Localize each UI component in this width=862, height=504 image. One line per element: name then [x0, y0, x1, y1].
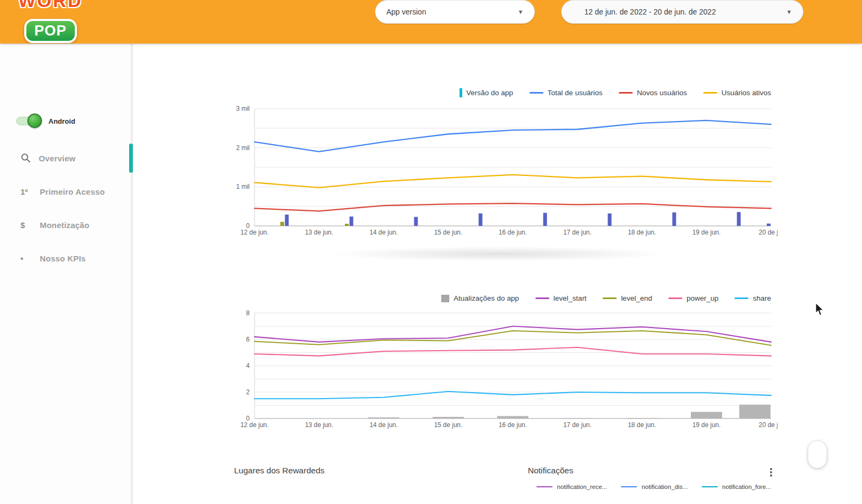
legend-label: notification_rece...: [557, 484, 607, 490]
legend-label: Versão do app: [467, 89, 513, 97]
date-range-dropdown[interactable]: 12 de jun. de 2022 - 20 de jun. de 2022 …: [561, 0, 803, 24]
legend-item-notification-fore[interactable]: notification_fore...: [702, 484, 771, 490]
x-tick-label: 15 de jun.: [434, 421, 463, 429]
y-tick-label: 8: [246, 309, 250, 317]
date-range-dropdown-label: 12 de jun. de 2022 - 20 de jun. de 2022: [584, 8, 716, 16]
line-marker: [535, 297, 549, 299]
primeiro-acesso-icon: 1º: [20, 187, 32, 196]
line-novos-usu-rios: [255, 203, 771, 211]
bar-vers-o-do-app: [414, 217, 418, 226]
legend-item-total-de-usu-rios[interactable]: Total de usuários: [529, 89, 603, 97]
search-icon: [20, 153, 31, 164]
logo-pop-badge: POP: [24, 19, 77, 43]
x-tick-label: 13 de jun.: [305, 421, 334, 429]
line-marker: [536, 486, 553, 488]
x-tick-label: 20 de j...: [759, 229, 778, 236]
bar-atualiza-es-do-app: [368, 417, 399, 418]
bar-vers-o-do-app: [543, 213, 547, 226]
x-tick-label: 12 de jun.: [241, 421, 269, 429]
bar-vers-o-do-app: [608, 214, 612, 226]
sidebar-item-primeiro-acesso[interactable]: 1ºPrimeiro Acesso: [0, 175, 131, 208]
app-logo: WORD POP: [18, 0, 83, 43]
line-level-end: [255, 331, 771, 345]
users-chart[interactable]: 01 mil2 mil3 mil12 de jun.13 de jun.14 d…: [229, 100, 778, 243]
bar-vers-o-do-app: [737, 212, 741, 226]
sidebar-item-label: Nosso KPIs: [40, 254, 86, 263]
x-tick-label: 12 de jun.: [241, 229, 269, 236]
scroll-button[interactable]: [808, 441, 826, 468]
x-tick-label: 13 de jun.: [305, 229, 334, 236]
line-power-up: [255, 347, 771, 356]
sidebar-nav: Overview1ºPrimeiro Acesso$Monetização•No…: [0, 141, 131, 275]
sidebar-item-monetiza-o[interactable]: $Monetização: [0, 208, 131, 242]
rewardeds-section-title: Lugares dos Rewardeds: [234, 466, 324, 475]
line-marker: [603, 297, 617, 299]
legend-item-usu-rios-ativos[interactable]: Usuários ativos: [703, 89, 771, 97]
bar-vers-o-do-app: [350, 217, 354, 226]
sidebar: Android Overview1ºPrimeiro Acesso$Moneti…: [0, 44, 133, 504]
x-tick-label: 18 de jun.: [628, 421, 656, 429]
legend-item-atualiza-es-do-app[interactable]: Atualizações do app: [441, 294, 519, 302]
sidebar-item-nosso-kpis[interactable]: •Nosso KPIs: [0, 242, 131, 275]
sidebar-item-overview[interactable]: Overview: [0, 141, 131, 175]
sidebar-item-label: Primeiro Acesso: [40, 187, 105, 196]
app-version-dropdown[interactable]: App version ▼: [375, 0, 535, 24]
active-indicator: [129, 144, 133, 173]
y-tick-label: 6: [246, 336, 250, 343]
legend-item-level-start[interactable]: level_start: [535, 294, 587, 302]
notifications-legend: notification_rece...notification_dis...n…: [530, 484, 778, 490]
x-tick-label: 14 de jun.: [370, 421, 398, 429]
line-marker: [621, 486, 637, 488]
legend-item-vers-o-do-app[interactable]: Versão do app: [460, 88, 513, 97]
line-usu-rios-ativos: [255, 175, 771, 188]
line-marker: [619, 92, 633, 94]
bar-atualiza-es-do-app: [739, 404, 771, 418]
bar-vers-o-do-app: [673, 212, 676, 226]
legend-item-level-end[interactable]: level_end: [603, 294, 652, 302]
chevron-down-icon: ▼: [786, 9, 792, 15]
line-marker: [529, 92, 543, 94]
bar-vers-o-do-app: [280, 222, 284, 226]
line-marker: [734, 297, 748, 299]
kebab-menu-icon[interactable]: [767, 467, 775, 478]
notifications-section-title: Notificações: [528, 466, 573, 475]
events-chart[interactable]: 0246812 de jun.13 de jun.14 de jun.15 de…: [229, 308, 778, 432]
x-tick-label: 20 de j...: [759, 421, 778, 429]
y-tick-label: 3 mil: [236, 105, 250, 112]
legend-label: Usuários ativos: [722, 89, 771, 97]
logo-word-text: WORD: [18, 0, 83, 11]
android-toggle[interactable]: [16, 115, 40, 127]
legend-label: notification_dis...: [641, 484, 688, 490]
platform-toggle-row: Android: [16, 115, 75, 127]
card-shadow: [331, 246, 667, 261]
legend-label: share: [753, 294, 771, 302]
monetiza-o-icon: $: [20, 221, 32, 230]
legend-item-notification-rece[interactable]: notification_rece...: [536, 484, 607, 490]
legend-item-novos-usu-rios[interactable]: Novos usuários: [619, 89, 687, 97]
x-tick-label: 16 de jun.: [499, 421, 527, 429]
mouse-cursor: [815, 302, 825, 317]
y-tick-label: 4: [246, 362, 250, 370]
vbar-marker: [460, 88, 462, 97]
line-marker: [668, 297, 682, 299]
x-tick-label: 14 de jun.: [370, 229, 398, 236]
top-bar: WORD POP App version ▼ 12 de jun. de 202…: [0, 0, 862, 44]
bar-atualiza-es-do-app: [562, 418, 593, 418]
line-marker: [702, 486, 718, 488]
legend-label: notification_fore...: [722, 484, 771, 490]
x-tick-label: 15 de jun.: [434, 229, 463, 236]
legend-label: power_up: [687, 294, 718, 302]
legend-item-notification-dis[interactable]: notification_dis...: [621, 484, 688, 490]
x-tick-label: 16 de jun.: [499, 229, 527, 236]
bar-vers-o-do-app: [345, 224, 349, 226]
platform-toggle-label: Android: [48, 117, 75, 125]
sidebar-item-label: Overview: [39, 154, 75, 163]
legend-item-power-up[interactable]: power_up: [668, 294, 718, 302]
x-tick-label: 19 de jun.: [693, 229, 721, 236]
chart1-legend: Versão do appTotal de usuáriosNovos usuá…: [229, 88, 771, 97]
bar-atualiza-es-do-app: [691, 412, 722, 418]
legend-item-share[interactable]: share: [734, 294, 771, 302]
line-marker: [703, 92, 717, 94]
x-tick-label: 18 de jun.: [628, 229, 656, 236]
toggle-knob: [27, 113, 42, 128]
